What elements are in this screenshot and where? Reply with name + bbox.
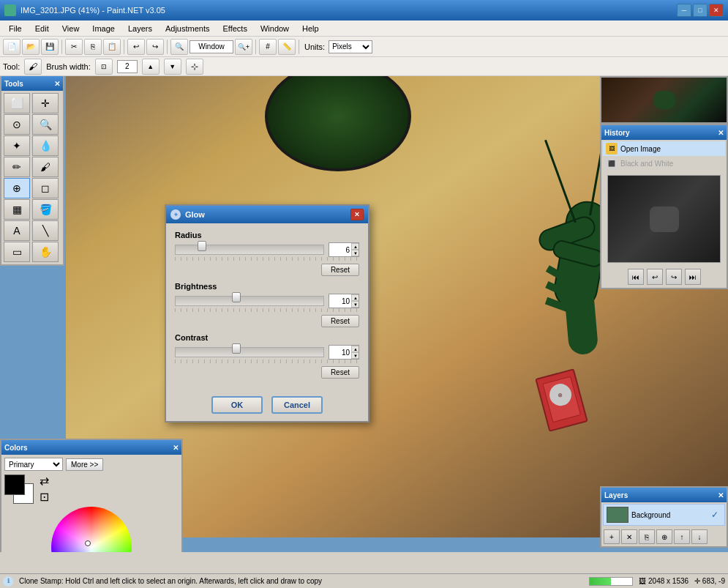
colors-more-button[interactable]: More >> [66,458,103,471]
tool-pan[interactable]: ✋ [32,242,59,262]
tool-line[interactable]: ╲ [32,220,59,241]
toolbar-zoom-in[interactable]: 🔍+ [235,39,252,55]
toolbar-open[interactable]: 📂 [22,39,40,55]
layer-background[interactable]: Background ✓ [603,504,725,526]
glow-cancel-button[interactable]: Cancel [271,396,323,414]
history-panel-close[interactable]: ✕ [718,129,724,137]
minimize-button[interactable]: ─ [677,4,691,17]
history-item-label: Open Image [620,145,661,153]
layer-visible-icon[interactable]: ✓ [711,510,721,520]
glow-dialog-close-button[interactable]: ✕ [350,209,364,220]
tool-magic-wand[interactable]: ✦ [4,135,30,156]
image-thumbnail [600,76,728,124]
tool-text[interactable]: A [4,220,30,241]
radius-input[interactable] [329,245,351,255]
tool-brush[interactable]: 🖌 [32,157,59,177]
menu-image[interactable]: Image [86,23,121,34]
layer-down-btn[interactable]: ↓ [691,529,708,544]
history-first-btn[interactable]: ⏮ [628,269,644,285]
tool-move[interactable]: ✛ [32,93,59,113]
toolbar-new[interactable]: 📄 [3,39,20,55]
tool-rectangle-select[interactable]: ⬜ [4,93,30,113]
brush-width-input[interactable] [117,60,138,73]
toolbar-cut[interactable]: ✂ [65,39,83,55]
contrast-label: Contrast [175,333,359,342]
layer-up-btn[interactable]: ↑ [674,529,690,544]
layer-delete-btn[interactable]: ✕ [621,529,637,544]
color-mode-dropdown[interactable]: Primary Secondary [4,458,63,471]
colors-panel-close[interactable]: ✕ [173,444,179,452]
contrast-input[interactable] [329,348,351,357]
brush-dec[interactable]: ▼ [164,59,181,75]
radius-reset-button[interactable]: Reset [321,264,359,276]
history-item-bw[interactable]: ⬛ Black and White [603,156,725,171]
tool-shapes[interactable]: ▭ [4,242,30,262]
contrast-slider-thumb[interactable] [232,343,241,354]
radius-slider-track[interactable] [175,245,324,255]
glow-ok-button[interactable]: OK [211,396,263,414]
toolbar-undo[interactable]: ↩ [127,39,145,55]
toolbar-save[interactable]: 💾 [41,39,59,55]
tool-zoom[interactable]: 🔍 [32,114,59,135]
cursor-coords: ✛ 683, -9 [694,577,725,585]
radius-slider-thumb[interactable] [198,241,206,251]
brightness-reset-button[interactable]: Reset [321,315,359,327]
brightness-spin-down[interactable]: ▼ [351,301,359,308]
radius-spin-down[interactable]: ▼ [351,250,359,256]
contrast-reset-button[interactable]: Reset [321,366,359,379]
units-dropdown[interactable]: Pixels [329,40,372,53]
radius-spin-up[interactable]: ▲ [351,243,359,250]
color-wheel[interactable] [51,507,132,552]
contrast-spin-down[interactable]: ▼ [351,352,359,359]
history-prev-btn[interactable]: ↩ [647,269,663,285]
menu-window[interactable]: Window [255,23,295,34]
layer-duplicate-btn[interactable]: ⎘ [639,529,655,544]
menu-edit[interactable]: Edit [29,23,55,34]
glow-dialog-titlebar[interactable]: ✦ Glow ✕ [166,206,368,223]
menu-effects[interactable]: Effects [217,23,253,34]
close-window-button[interactable]: ✕ [709,4,724,17]
layer-merge-btn[interactable]: ⊕ [656,529,672,544]
menu-layers[interactable]: Layers [122,23,158,34]
menu-file[interactable]: File [3,23,28,34]
toolbar-copy[interactable]: ⎘ [84,39,102,55]
primary-color-swatch[interactable] [4,475,25,495]
menu-adjustments[interactable]: Adjustments [160,23,216,34]
tool-eraser[interactable]: ◻ [32,178,59,198]
swap-colors-icon[interactable]: ⇄ [40,474,49,488]
contrast-slider-track[interactable] [175,347,324,357]
toolbar-rulers[interactable]: 📏 [278,39,296,55]
reset-colors-icon[interactable]: ⊡ [40,490,49,504]
tool-pencil[interactable]: ✏ [4,157,30,177]
brightness-spin-up[interactable]: ▲ [351,294,359,301]
maximize-button[interactable]: □ [693,4,708,17]
toolbar-grid[interactable]: # [259,39,277,55]
tool-eyedropper[interactable]: 💧 [32,135,59,156]
tool-lasso[interactable]: ⊙ [4,114,30,135]
menu-view[interactable]: View [56,23,86,34]
brightness-input[interactable] [329,297,351,306]
contrast-spin-up[interactable]: ▲ [351,346,359,352]
menu-help[interactable]: Help [296,23,325,34]
tools-panel: Tools ✕ ⬜ ✛ ⊙ 🔍 ✦ 💧 ✏ 🖌 ⊕ ◻ ▦ 🪣 A ╲ ▭ ✋ [0,76,64,266]
tool-fill[interactable]: 🪣 [32,199,59,220]
workspace: ⊕ Tools ✕ ⬜ ✛ ⊙ 🔍 ✦ 💧 ✏ 🖌 ⊕ ◻ ▦ 🪣 A ╲ ▭ … [0,76,728,552]
tool-clone-stamp[interactable]: ⊕ [4,178,30,198]
zoom-dropdown[interactable]: Window [189,40,233,53]
history-next-btn[interactable]: ↪ [666,269,682,285]
layer-add-btn[interactable]: + [604,529,620,544]
brightness-slider-thumb[interactable] [232,292,241,302]
brush-shape[interactable]: ⊹ [186,59,203,75]
tools-panel-close[interactable]: ✕ [54,80,60,88]
current-tool-icon[interactable]: 🖌 [24,59,42,75]
brush-inc[interactable]: ▲ [142,59,160,75]
history-last-btn[interactable]: ⏭ [685,269,701,285]
toolbar-zoom-out[interactable]: 🔍 [170,39,188,55]
tool-gradient[interactable]: ▦ [4,199,30,220]
history-item-open-image[interactable]: 🖼 Open Image [603,141,725,156]
toolbar-redo[interactable]: ↪ [146,39,164,55]
brightness-slider-track[interactable] [175,296,324,306]
layers-panel-close[interactable]: ✕ [718,491,724,499]
toolbar-paste[interactable]: 📋 [103,39,121,55]
color-wheel-container[interactable] [51,507,132,552]
